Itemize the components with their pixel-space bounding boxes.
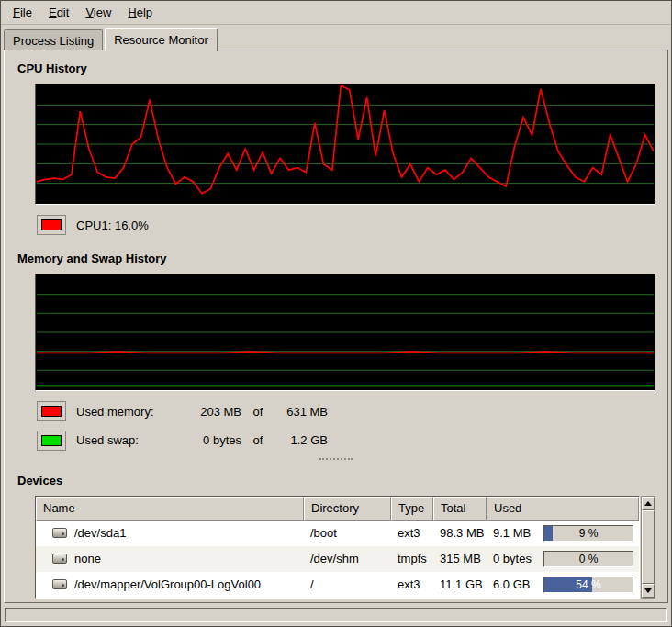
memory-history-title: Memory and Swap History: [17, 252, 655, 268]
resource-monitor-page: CPU History CPU1: 16.0% Memory and Swap …: [4, 50, 668, 603]
device-type: ext3: [391, 577, 433, 591]
column-header-total[interactable]: Total: [433, 497, 487, 521]
usage-progressbar: 9 %: [543, 525, 633, 542]
cpu-history-chart: [37, 85, 654, 203]
scroll-up-button[interactable]: [642, 497, 655, 510]
cpu-history-graph-frame: [35, 84, 655, 205]
devices-table: Name Directory Type Total Used /dev/sda1…: [35, 496, 640, 599]
device-total: 98.3 MB: [433, 526, 487, 540]
usage-percent-label: 0 %: [544, 552, 633, 566]
menubar: File Edit View Help: [1, 1, 671, 25]
usage-progressbar: 0 %: [543, 551, 633, 567]
swap-legend: Used swap: 0 bytes of 1.2 GB: [37, 429, 655, 452]
cpu-legend: CPU1: 16.0%: [37, 214, 655, 237]
table-row[interactable]: none /dev/shm tmpfs 315 MB 0 bytes 0 %: [36, 546, 639, 572]
device-used: 0 bytes: [493, 552, 532, 565]
cpu-color-swatch: [41, 219, 62, 230]
device-used: 6.0 GB: [493, 577, 530, 591]
swap-total-value: 1.2 GB: [274, 433, 328, 447]
device-used: 9.1 MB: [493, 526, 531, 540]
device-directory: /dev/shm: [304, 552, 391, 565]
devices-title: Devices: [17, 474, 655, 490]
memory-total-value: 631 MB: [274, 405, 328, 419]
memory-history-graph-frame: [35, 274, 655, 391]
swap-color-swatch-frame: [37, 431, 66, 451]
tab-process-listing[interactable]: Process Listing: [4, 29, 103, 50]
device-name: none: [74, 552, 101, 565]
swap-used-value: 0 bytes: [185, 433, 241, 447]
device-type: tmpfs: [391, 552, 433, 565]
column-header-type[interactable]: Type: [391, 497, 433, 521]
tab-resource-monitor[interactable]: Resource Monitor: [105, 28, 218, 51]
swap-legend-label: Used swap:: [76, 433, 185, 447]
device-total: 11.1 GB: [433, 577, 487, 591]
menu-file[interactable]: File: [5, 2, 40, 23]
device-total: 315 MB: [433, 552, 487, 565]
memory-of-word: of: [241, 405, 274, 419]
swap-color-swatch: [41, 435, 62, 446]
system-monitor-window: File Edit View Help Process Listing Reso…: [0, 0, 672, 627]
device-type: ext3: [391, 526, 433, 540]
menu-help[interactable]: Help: [119, 2, 161, 23]
menu-view[interactable]: View: [77, 2, 119, 23]
drive-icon: [52, 579, 67, 589]
drive-icon: [52, 554, 67, 564]
memory-history-chart: [37, 275, 654, 389]
memory-used-value: 203 MB: [185, 405, 241, 419]
scroll-down-button[interactable]: [642, 584, 655, 598]
memory-color-swatch: [41, 406, 62, 417]
device-name: /dev/sda1: [74, 526, 126, 540]
pane-handle-dots: [319, 458, 353, 460]
tabbar: Process Listing Resource Monitor: [1, 25, 671, 50]
column-header-used[interactable]: Used: [487, 497, 639, 521]
usage-progressbar: 54 %: [543, 577, 633, 593]
menu-edit[interactable]: Edit: [40, 2, 77, 23]
memory-color-swatch-frame: [37, 401, 66, 421]
usage-percent-label: 9 %: [544, 526, 633, 541]
pane-resize-handle[interactable]: [17, 456, 655, 464]
device-directory: /: [304, 577, 391, 591]
usage-percent-label: 54 %: [544, 577, 633, 592]
cpu-history-title: CPU History: [17, 62, 655, 78]
statusbar: [5, 608, 667, 622]
memory-legend-label: Used memory:: [76, 405, 185, 419]
cpu-color-swatch-frame: [37, 215, 66, 235]
memory-legend: Used memory: 203 MB of 631 MB: [37, 400, 655, 423]
swap-of-word: of: [241, 433, 274, 447]
vertical-scrollbar[interactable]: [641, 496, 655, 599]
devices-area: Name Directory Type Total Used /dev/sda1…: [35, 496, 655, 599]
drive-icon: [52, 528, 67, 538]
column-header-directory[interactable]: Directory: [304, 497, 391, 521]
devices-table-header: Name Directory Type Total Used: [36, 497, 639, 521]
table-row[interactable]: /dev/sda1 /boot ext3 98.3 MB 9.1 MB 9 %: [36, 521, 639, 546]
scrollbar-thumb[interactable]: [642, 510, 655, 584]
cpu-legend-label: CPU1: 16.0%: [76, 218, 149, 232]
scroll-up-icon: [644, 501, 652, 506]
device-name: /dev/mapper/VolGroup00-LogVol00: [74, 577, 261, 591]
device-directory: /boot: [304, 526, 391, 540]
table-row[interactable]: /dev/mapper/VolGroup00-LogVol00 / ext3 1…: [36, 572, 639, 598]
scroll-down-icon: [644, 588, 652, 593]
column-header-name[interactable]: Name: [36, 497, 304, 521]
